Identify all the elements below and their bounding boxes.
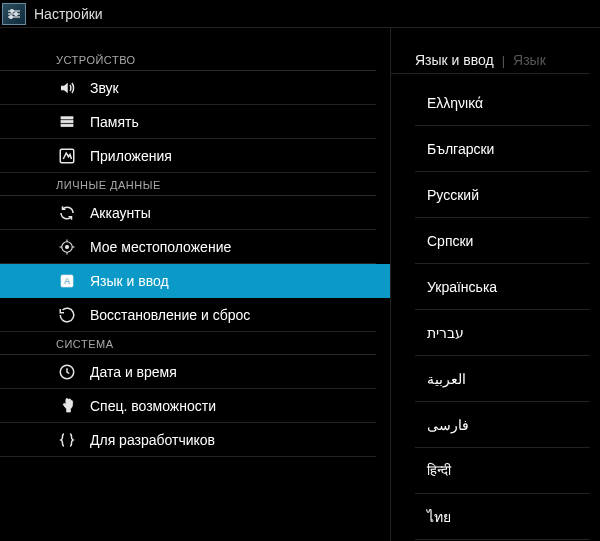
- backup-icon: [56, 306, 78, 324]
- apps-icon: [56, 147, 78, 165]
- item-apps[interactable]: Приложения: [0, 139, 376, 173]
- settings-categories-pane: УСТРОЙСТВО Звук Память: [0, 28, 390, 541]
- section-header-device: УСТРОЙСТВО: [0, 48, 376, 71]
- language-label: Русский: [427, 187, 479, 203]
- svg-rect-9: [60, 149, 74, 163]
- item-label: Восстановление и сброс: [90, 307, 250, 323]
- item-label: Дата и время: [90, 364, 177, 380]
- language-option[interactable]: فارسی: [415, 402, 590, 448]
- item-accessibility[interactable]: Спец. возможности: [0, 389, 376, 423]
- svg-rect-6: [61, 116, 73, 118]
- sound-icon: [56, 79, 78, 97]
- sync-icon: [56, 204, 78, 222]
- item-label: Аккаунты: [90, 205, 151, 221]
- language-option[interactable]: Български: [415, 126, 590, 172]
- app-title: Настройки: [34, 6, 103, 22]
- language-option[interactable]: हिन्दी: [415, 448, 590, 494]
- item-label: Для разработчиков: [90, 432, 215, 448]
- item-label: Спец. возможности: [90, 398, 216, 414]
- language-option[interactable]: Русский: [415, 172, 590, 218]
- language-option[interactable]: Српски: [415, 218, 590, 264]
- item-label: Приложения: [90, 148, 172, 164]
- breadcrumb: Язык и ввод | Язык: [391, 48, 590, 74]
- svg-rect-8: [61, 124, 73, 126]
- language-option[interactable]: ไทย: [415, 494, 590, 540]
- language-option[interactable]: עברית: [415, 310, 590, 356]
- settings-app-icon: [2, 3, 26, 25]
- language-label: Українська: [427, 279, 497, 295]
- hand-icon: [56, 397, 78, 415]
- item-accounts[interactable]: Аккаунты: [0, 196, 376, 230]
- svg-point-1: [11, 9, 14, 12]
- titlebar: Настройки: [0, 0, 600, 28]
- item-datetime[interactable]: Дата и время: [0, 355, 376, 389]
- item-location[interactable]: Мое местоположение: [0, 230, 376, 264]
- item-label: Мое местоположение: [90, 239, 231, 255]
- item-label: Звук: [90, 80, 119, 96]
- item-developer[interactable]: Для разработчиков: [0, 423, 376, 457]
- language-label: Ελληνικά: [427, 95, 483, 111]
- language-label: Български: [427, 141, 494, 157]
- language-label: עברית: [427, 325, 464, 341]
- storage-icon: [56, 113, 78, 131]
- svg-rect-7: [61, 120, 73, 122]
- section-header-system: СИСТЕМА: [0, 332, 376, 355]
- language-label: فارسی: [427, 417, 469, 433]
- language-label: ไทย: [427, 506, 451, 528]
- svg-point-3: [15, 12, 18, 15]
- location-icon: [56, 238, 78, 256]
- language-icon: A: [56, 273, 78, 289]
- breadcrumb-divider: |: [502, 53, 505, 68]
- language-option[interactable]: العربية: [415, 356, 590, 402]
- language-option[interactable]: Українська: [415, 264, 590, 310]
- svg-point-11: [66, 245, 69, 248]
- svg-point-5: [10, 15, 13, 18]
- svg-text:A: A: [64, 276, 71, 286]
- item-storage[interactable]: Память: [0, 105, 376, 139]
- detail-pane: Язык и ввод | Язык Ελληνικά Български Ру…: [390, 28, 600, 541]
- item-sound[interactable]: Звук: [0, 71, 376, 105]
- main-layout: УСТРОЙСТВО Звук Память: [0, 28, 600, 541]
- language-option[interactable]: Ελληνικά: [415, 80, 590, 126]
- section-header-personal: ЛИЧНЫЕ ДАННЫЕ: [0, 173, 376, 196]
- language-list: Ελληνικά Български Русский Српски Україн…: [391, 80, 590, 540]
- item-backup-reset[interactable]: Восстановление и сброс: [0, 298, 376, 332]
- item-label: Память: [90, 114, 139, 130]
- language-label: हिन्दी: [427, 462, 451, 479]
- item-label: Язык и ввод: [90, 273, 169, 289]
- item-language-input[interactable]: A Язык и ввод: [0, 264, 390, 298]
- braces-icon: [56, 431, 78, 449]
- language-label: العربية: [427, 371, 466, 387]
- breadcrumb-secondary: Язык: [513, 52, 546, 68]
- breadcrumb-primary: Язык и ввод: [415, 52, 494, 68]
- clock-icon: [56, 363, 78, 381]
- language-label: Српски: [427, 233, 473, 249]
